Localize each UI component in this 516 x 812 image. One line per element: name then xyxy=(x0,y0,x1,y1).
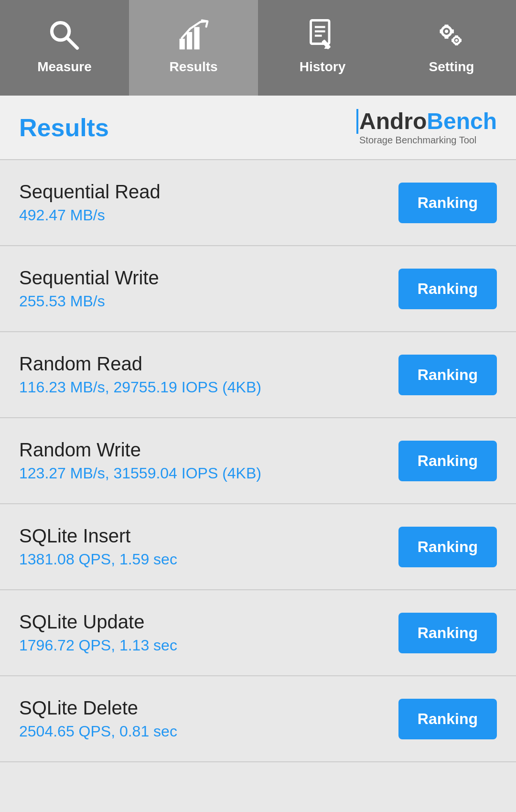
brand-name: AndroBench xyxy=(359,110,497,133)
result-info: Random Write 123.27 MB/s, 31559.04 IOPS … xyxy=(19,439,261,482)
result-name: SQLite Insert xyxy=(19,525,177,547)
results-header: Results AndroBench Storage Benchmarking … xyxy=(0,96,516,160)
ranking-button[interactable]: Ranking xyxy=(398,527,497,567)
brand-divider xyxy=(356,109,358,134)
svg-rect-22 xyxy=(460,39,462,42)
result-item: Sequential Write 255.53 MB/s Ranking xyxy=(0,246,516,332)
svg-rect-20 xyxy=(455,43,458,45)
svg-rect-3 xyxy=(187,32,192,49)
result-value: 492.47 MB/s xyxy=(19,206,161,224)
svg-point-12 xyxy=(445,30,448,33)
results-icon xyxy=(174,16,213,54)
ranking-button[interactable]: Ranking xyxy=(398,269,497,309)
svg-rect-4 xyxy=(194,27,199,50)
result-value: 1796.72 QPS, 1.13 sec xyxy=(19,637,177,654)
result-name: Random Read xyxy=(19,353,261,375)
ranking-button[interactable]: Ranking xyxy=(398,441,497,481)
svg-rect-13 xyxy=(444,25,448,28)
tab-setting[interactable]: Setting xyxy=(387,0,516,96)
svg-rect-15 xyxy=(440,29,443,33)
tab-history[interactable]: History xyxy=(258,0,387,96)
result-info: Sequential Read 492.47 MB/s xyxy=(19,181,161,224)
result-name: SQLite Delete xyxy=(19,697,177,719)
result-name: Sequential Read xyxy=(19,181,161,203)
result-item: SQLite Insert 1381.08 QPS, 1.59 sec Rank… xyxy=(0,504,516,590)
ranking-button[interactable]: Ranking xyxy=(398,183,497,223)
result-name: Random Write xyxy=(19,439,261,461)
svg-line-1 xyxy=(67,38,77,48)
history-icon xyxy=(303,16,342,54)
tab-results-label: Results xyxy=(169,59,217,75)
svg-rect-2 xyxy=(180,39,185,49)
ranking-button[interactable]: Ranking xyxy=(398,699,497,739)
result-item: SQLite Update 1796.72 QPS, 1.13 sec Rank… xyxy=(0,590,516,676)
result-value: 1381.08 QPS, 1.59 sec xyxy=(19,551,177,568)
setting-icon xyxy=(432,16,471,54)
svg-rect-21 xyxy=(452,39,453,42)
result-list: Sequential Read 492.47 MB/s Ranking Sequ… xyxy=(0,160,516,762)
measure-icon xyxy=(45,16,84,54)
brand-bench: Bench xyxy=(427,108,497,134)
result-name: SQLite Update xyxy=(19,611,177,633)
result-name: Sequential Write xyxy=(19,267,159,289)
tab-measure[interactable]: Measure xyxy=(0,0,129,96)
brand-subtitle: Storage Benchmarking Tool xyxy=(356,135,476,146)
page-title: Results xyxy=(19,113,109,142)
nav-bar: Measure Results xyxy=(0,0,516,96)
ranking-button[interactable]: Ranking xyxy=(398,613,497,653)
result-value: 255.53 MB/s xyxy=(19,292,159,310)
result-value: 116.23 MB/s, 29755.19 IOPS (4KB) xyxy=(19,379,261,396)
svg-rect-16 xyxy=(451,29,454,33)
result-info: Sequential Write 255.53 MB/s xyxy=(19,267,159,310)
tab-results[interactable]: Results xyxy=(129,0,258,96)
ranking-button[interactable]: Ranking xyxy=(398,355,497,395)
result-value: 123.27 MB/s, 31559.04 IOPS (4KB) xyxy=(19,465,261,482)
result-item: Sequential Read 492.47 MB/s Ranking xyxy=(0,160,516,246)
tab-history-label: History xyxy=(300,59,345,75)
result-info: SQLite Delete 2504.65 QPS, 0.81 sec xyxy=(19,697,177,740)
tab-measure-label: Measure xyxy=(37,59,92,75)
svg-rect-19 xyxy=(455,35,458,37)
result-info: Random Read 116.23 MB/s, 29755.19 IOPS (… xyxy=(19,353,261,396)
brand-logo: AndroBench Storage Benchmarking Tool xyxy=(356,109,497,146)
result-value: 2504.65 QPS, 0.81 sec xyxy=(19,723,177,740)
svg-rect-14 xyxy=(444,36,448,39)
svg-point-18 xyxy=(455,39,458,42)
result-info: SQLite Update 1796.72 QPS, 1.13 sec xyxy=(19,611,177,654)
result-item: Random Read 116.23 MB/s, 29755.19 IOPS (… xyxy=(0,332,516,418)
result-info: SQLite Insert 1381.08 QPS, 1.59 sec xyxy=(19,525,177,568)
result-item: Random Write 123.27 MB/s, 31559.04 IOPS … xyxy=(0,418,516,504)
brand-andro: Andro xyxy=(359,108,427,134)
result-item: SQLite Delete 2504.65 QPS, 0.81 sec Rank… xyxy=(0,676,516,762)
tab-setting-label: Setting xyxy=(429,59,474,75)
